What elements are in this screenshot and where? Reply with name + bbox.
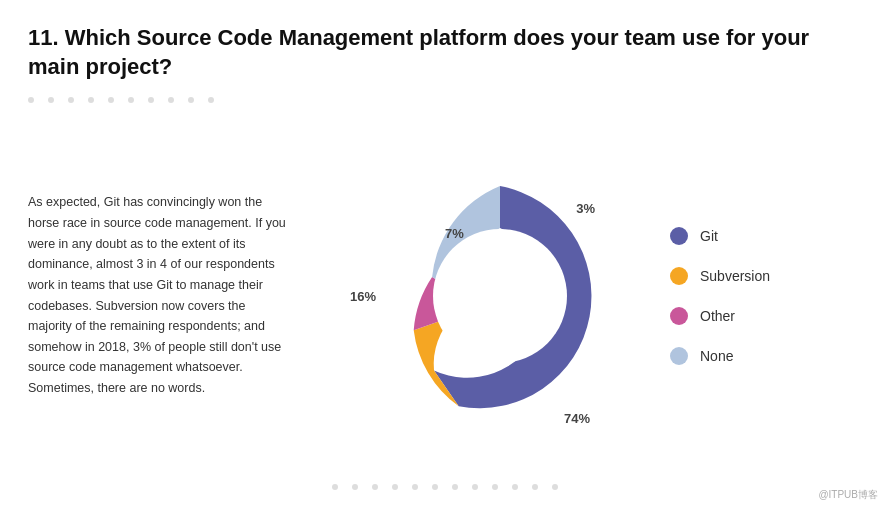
legend-area: Git Subversion Other None (650, 227, 810, 365)
dot-3 (68, 97, 74, 103)
legend-dot-none (670, 347, 688, 365)
b-dot-12 (552, 484, 558, 490)
chart-area: 74% 16% 7% 3% Git Subversion Other (298, 146, 862, 446)
page-container: 11. Which Source Code Management platfor… (0, 0, 890, 510)
b-dot-7 (452, 484, 458, 490)
dot-2 (48, 97, 54, 103)
donut-hole (433, 229, 567, 363)
question-title: 11. Which Source Code Management platfor… (28, 24, 862, 81)
content-area: As expected, Git has convincingly won th… (28, 111, 862, 480)
b-dot-4 (392, 484, 398, 490)
legend-label-subversion: Subversion (700, 268, 770, 284)
legend-item-git: Git (670, 227, 810, 245)
dot-8 (168, 97, 174, 103)
dot-5 (108, 97, 114, 103)
legend-item-other: Other (670, 307, 810, 325)
git-label: 74% (564, 411, 590, 426)
description-text: As expected, Git has convincingly won th… (28, 192, 298, 398)
subversion-label: 16% (350, 288, 376, 303)
dot-6 (128, 97, 134, 103)
b-dot-2 (352, 484, 358, 490)
dot-row-bottom (28, 484, 862, 490)
legend-label-other: Other (700, 308, 735, 324)
b-dot-11 (532, 484, 538, 490)
dot-1 (28, 97, 34, 103)
legend-label-none: None (700, 348, 733, 364)
dot-10 (208, 97, 214, 103)
b-dot-3 (372, 484, 378, 490)
donut-chart: 74% 16% 7% 3% (350, 146, 650, 446)
b-dot-1 (332, 484, 338, 490)
legend-dot-subversion (670, 267, 688, 285)
none-label: 3% (576, 201, 595, 216)
b-dot-8 (472, 484, 478, 490)
donut-svg (350, 146, 650, 446)
legend-item-none: None (670, 347, 810, 365)
dot-9 (188, 97, 194, 103)
dot-7 (148, 97, 154, 103)
legend-dot-other (670, 307, 688, 325)
b-dot-6 (432, 484, 438, 490)
b-dot-5 (412, 484, 418, 490)
watermark: @ITPUB博客 (818, 488, 878, 502)
dot-4 (88, 97, 94, 103)
dot-row-top (28, 97, 862, 103)
b-dot-10 (512, 484, 518, 490)
other-label: 7% (445, 226, 464, 241)
question-text: Which Source Code Management platform do… (28, 25, 809, 79)
legend-item-subversion: Subversion (670, 267, 810, 285)
legend-label-git: Git (700, 228, 718, 244)
title-area: 11. Which Source Code Management platfor… (28, 24, 862, 81)
legend-dot-git (670, 227, 688, 245)
b-dot-9 (492, 484, 498, 490)
question-number: 11. (28, 25, 59, 50)
